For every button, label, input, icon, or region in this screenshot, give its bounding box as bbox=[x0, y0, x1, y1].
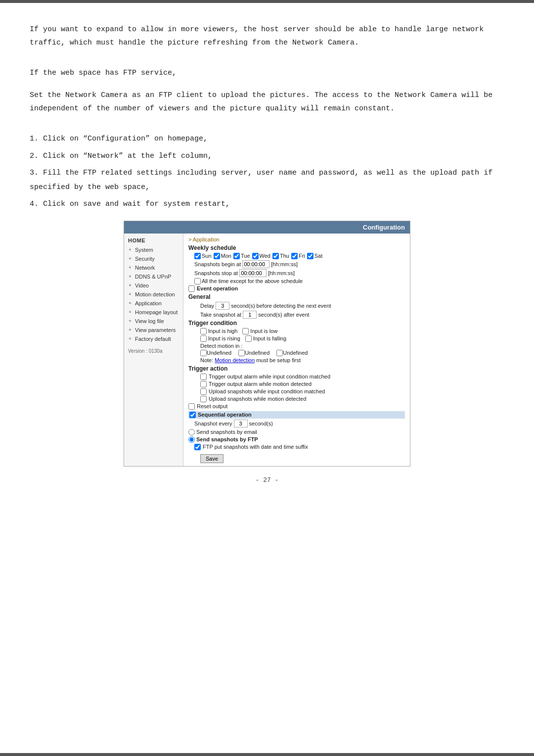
sidebar-item-factory[interactable]: + Factory default bbox=[124, 334, 183, 343]
input-rising-label[interactable]: Input is rising bbox=[200, 335, 240, 342]
day-mon-checkbox[interactable] bbox=[214, 253, 220, 259]
day-fri-text: Fri bbox=[299, 253, 305, 259]
trigger-action-1-checkbox[interactable] bbox=[200, 381, 207, 387]
page-number: - 27 - bbox=[30, 476, 504, 484]
trigger-action-0-text: Trigger output alarm while input conditi… bbox=[209, 374, 330, 379]
undefined3-text: Undefined bbox=[283, 350, 308, 356]
plus-icon-factory: + bbox=[127, 336, 133, 342]
sidebar-item-viewlog[interactable]: + View log file bbox=[124, 317, 183, 326]
input-rising-checkbox[interactable] bbox=[200, 335, 207, 342]
all-time-label[interactable]: All the time except for the above schedu… bbox=[194, 278, 303, 284]
plus-icon-network: + bbox=[127, 265, 133, 271]
snapshot-every-suffix: second(s) bbox=[249, 421, 273, 426]
ftp-date-suffix-row: FTP put snapshots with date and time suf… bbox=[194, 444, 405, 450]
sidebar-item-security[interactable]: + Security bbox=[124, 254, 183, 263]
trigger-action-3[interactable]: Upload snapshots while motion detected bbox=[200, 396, 405, 402]
event-op-row: Event operation bbox=[188, 285, 405, 292]
sidebar-item-network[interactable]: + Network bbox=[124, 263, 183, 272]
sidebar-item-system[interactable]: + System bbox=[124, 245, 183, 254]
trigger-action-1[interactable]: Trigger output alarm while motion detect… bbox=[200, 381, 405, 387]
detect-motion-row: Detect motion in : bbox=[200, 343, 405, 349]
main-panel: > Application Weekly schedule Sun Mon Tu… bbox=[183, 234, 410, 466]
trigger-action-rows: Trigger output alarm while input conditi… bbox=[200, 374, 405, 402]
day-mon-label[interactable]: Mon bbox=[214, 253, 231, 259]
sidebar-item-viewparams[interactable]: + View parameters bbox=[124, 326, 183, 334]
snapshot-every-input[interactable] bbox=[234, 420, 248, 427]
snapshots-begin-input[interactable] bbox=[242, 260, 269, 268]
undefined1-checkbox[interactable] bbox=[200, 350, 207, 356]
day-fri-label[interactable]: Fri bbox=[291, 253, 305, 259]
motion-detection-link[interactable]: Motion detection bbox=[215, 357, 255, 363]
day-tue-checkbox[interactable] bbox=[233, 253, 240, 259]
trigger-action-0-checkbox[interactable] bbox=[200, 374, 207, 380]
step1: 1. Click on “Configuration” on homepage, bbox=[30, 132, 504, 146]
day-sat-checkbox[interactable] bbox=[307, 253, 313, 259]
sidebar-item-application[interactable]: + Application bbox=[124, 299, 183, 308]
undefined3-checkbox[interactable] bbox=[276, 350, 283, 356]
all-time-row: All the time except for the above schedu… bbox=[194, 278, 405, 284]
trigger-action-3-checkbox[interactable] bbox=[200, 396, 207, 402]
sidebar-label-factory: Factory default bbox=[135, 336, 171, 342]
input-rising-text: Input is rising bbox=[208, 335, 240, 341]
bottom-border bbox=[0, 753, 534, 756]
trigger-high-low-row: Input is high Input is low bbox=[200, 328, 405, 334]
input-high-label[interactable]: Input is high bbox=[200, 328, 237, 334]
day-thu-label[interactable]: Thu bbox=[272, 253, 289, 259]
ftp-date-suffix-label: FTP put snapshots with date and time suf… bbox=[203, 444, 308, 450]
sidebar-home[interactable]: HOME bbox=[124, 236, 183, 245]
breadcrumb: > Application bbox=[188, 236, 405, 242]
intro-paragraph1: If you want to expand to allow in more v… bbox=[30, 23, 504, 49]
trigger-action-2[interactable]: Upload snapshots while input condition m… bbox=[200, 388, 405, 395]
day-sat-label[interactable]: Sat bbox=[307, 253, 323, 259]
sidebar-label-motion: Motion detection bbox=[135, 291, 175, 297]
delay-row: Delay second(s) before detecting the nex… bbox=[200, 302, 405, 310]
undefined1-label[interactable]: Undefined bbox=[200, 350, 231, 356]
snapshots-begin-hint: [hh:mm:ss] bbox=[271, 261, 298, 267]
delay-input[interactable] bbox=[216, 302, 229, 310]
day-thu-checkbox[interactable] bbox=[272, 253, 279, 259]
snapshots-stop-label: Snapshots stop at bbox=[194, 270, 238, 276]
plus-icon-video: + bbox=[127, 283, 133, 288]
event-op-checkbox[interactable] bbox=[188, 285, 195, 292]
input-low-label[interactable]: Input is low bbox=[242, 328, 277, 334]
sidebar-item-motion[interactable]: + Motion detection bbox=[124, 290, 183, 299]
event-op-label: Event operation bbox=[197, 285, 238, 291]
all-time-checkbox[interactable] bbox=[194, 278, 201, 284]
input-falling-checkbox[interactable] bbox=[245, 335, 252, 342]
day-fri-checkbox[interactable] bbox=[291, 253, 298, 259]
page-wrapper: If you want to expand to allow in more v… bbox=[0, 0, 534, 756]
day-wed-label[interactable]: Wed bbox=[252, 253, 270, 259]
send-ftp-radio[interactable] bbox=[188, 436, 195, 443]
sidebar-item-video[interactable]: + Video bbox=[124, 281, 183, 290]
take-snapshot-input[interactable] bbox=[243, 311, 257, 319]
undefined1-text: Undefined bbox=[207, 350, 231, 356]
sidebar-item-homepage[interactable]: + Homepage layout bbox=[124, 308, 183, 317]
undefined3-label[interactable]: Undefined bbox=[276, 350, 308, 356]
day-wed-checkbox[interactable] bbox=[252, 253, 259, 259]
config-body: HOME + System + Security + Network + bbox=[124, 234, 410, 466]
general-title: General bbox=[188, 293, 405, 300]
day-sun-checkbox[interactable] bbox=[194, 253, 201, 259]
input-low-checkbox[interactable] bbox=[242, 328, 249, 334]
sidebar-item-ddns[interactable]: + DDNS & UPnP bbox=[124, 272, 183, 281]
send-ftp-label[interactable]: Send snapshots by FTP bbox=[188, 436, 258, 443]
send-email-label[interactable]: Send snapshots by email bbox=[188, 429, 257, 435]
trigger-action-2-checkbox[interactable] bbox=[200, 388, 207, 395]
trigger-action-0[interactable]: Trigger output alarm while input conditi… bbox=[200, 374, 405, 380]
take-snapshot-row: Take snapshot at second(s) after event bbox=[200, 311, 405, 319]
day-sat-text: Sat bbox=[314, 253, 323, 259]
plus-icon-motion: + bbox=[127, 291, 133, 297]
ftp-date-suffix-checkbox[interactable] bbox=[194, 444, 201, 450]
snapshots-stop-input[interactable] bbox=[239, 269, 267, 277]
sequential-op-checkbox[interactable] bbox=[189, 412, 196, 418]
reset-output-checkbox[interactable] bbox=[188, 403, 195, 410]
undefined2-label[interactable]: Undefined bbox=[238, 350, 269, 356]
config-header: Configuration bbox=[124, 221, 410, 234]
save-button[interactable]: Save bbox=[200, 454, 223, 463]
day-tue-label[interactable]: Tue bbox=[233, 253, 250, 259]
undefined2-checkbox[interactable] bbox=[238, 350, 245, 356]
send-email-radio[interactable] bbox=[188, 429, 195, 435]
day-sun-label[interactable]: Sun bbox=[194, 253, 212, 259]
input-falling-label[interactable]: Input is falling bbox=[245, 335, 286, 342]
input-high-checkbox[interactable] bbox=[200, 328, 207, 334]
